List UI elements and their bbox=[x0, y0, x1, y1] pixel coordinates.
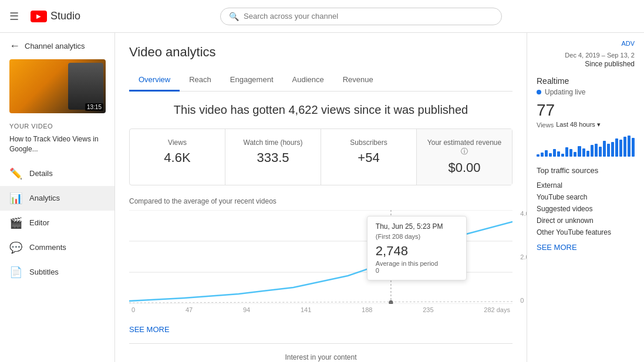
traffic-section: Top traffic sources External YouTube sea… bbox=[537, 166, 635, 252]
mini-bar bbox=[591, 145, 594, 157]
search-icon: 🔍 bbox=[229, 12, 239, 21]
mini-bar bbox=[569, 149, 572, 157]
subtitles-icon: 📄 bbox=[9, 266, 21, 279]
tab-revenue[interactable]: Revenue bbox=[333, 69, 383, 92]
back-arrow-icon: ← bbox=[9, 40, 20, 52]
x-label-0: 0 bbox=[132, 306, 135, 313]
mini-bar bbox=[545, 150, 548, 157]
metrics-row: Views 4.6K Watch time (hours) 333.5 Subs… bbox=[129, 128, 512, 185]
search-input[interactable] bbox=[244, 12, 493, 21]
x-label-47: 47 bbox=[186, 306, 193, 313]
x-label-188: 188 bbox=[362, 306, 372, 313]
mini-bar bbox=[582, 148, 585, 157]
live-label: Updating live bbox=[545, 88, 585, 96]
sidebar-item-analytics[interactable]: 📊 Analytics bbox=[0, 186, 114, 211]
comments-label: Comments bbox=[29, 243, 66, 252]
studio-logo: Studio bbox=[31, 10, 80, 22]
since-published: Since published bbox=[537, 60, 635, 68]
subtitles-label: Subtitles bbox=[29, 268, 59, 276]
x-label-282: 282 days bbox=[484, 306, 510, 313]
editor-label: Editor bbox=[29, 218, 49, 227]
advanced-button[interactable]: ADV bbox=[537, 40, 635, 47]
traffic-item-external[interactable]: External bbox=[537, 180, 635, 191]
details-icon: ✏️ bbox=[9, 167, 21, 180]
realtime-title: Realtime bbox=[537, 76, 635, 86]
youtube-icon bbox=[31, 11, 47, 22]
svg-line-4 bbox=[129, 302, 512, 303]
chart-subtitle: Compared to the average of your recent v… bbox=[129, 197, 512, 205]
mini-bar bbox=[574, 152, 576, 157]
metric-subscribers: Subscribers +54 bbox=[321, 129, 417, 185]
channel-analytics-back[interactable]: ← Channel analytics bbox=[0, 33, 114, 59]
menu-icon[interactable]: ☰ bbox=[9, 10, 19, 23]
traffic-item-yt-search[interactable]: YouTube search bbox=[537, 191, 635, 203]
tab-overview[interactable]: Overview bbox=[129, 69, 180, 92]
tab-engagement[interactable]: Engagement bbox=[221, 69, 283, 92]
traffic-item-other[interactable]: Other YouTube features bbox=[537, 226, 635, 238]
metric-views-label: Views bbox=[139, 138, 215, 147]
mini-bar bbox=[595, 144, 598, 157]
right-panel: ADV Dec 4, 2019 – Sep 13, 2 Since publis… bbox=[527, 33, 644, 362]
section-divider bbox=[129, 343, 512, 344]
studio-label: Studio bbox=[50, 10, 80, 22]
metric-watchtime: Watch time (hours) 333.5 bbox=[225, 129, 321, 185]
tab-audience[interactable]: Audience bbox=[283, 69, 333, 92]
analytics-tabs: Overview Reach Engagement Audience Reven… bbox=[129, 69, 512, 92]
period-label[interactable]: Last 48 hours ▾ bbox=[556, 121, 601, 128]
tooltip-value: 2,748 bbox=[376, 243, 458, 259]
sidebar-item-subtitles[interactable]: 📄 Subtitles bbox=[0, 260, 114, 285]
analytics-icon: 📊 bbox=[9, 192, 21, 205]
mini-bar bbox=[603, 141, 606, 157]
see-more-link[interactable]: SEE MORE bbox=[129, 325, 170, 334]
realtime-count: 77 bbox=[537, 101, 635, 120]
mini-bar bbox=[541, 153, 544, 157]
video-title: How to Track Video Views in Google... bbox=[0, 132, 114, 161]
tab-reach[interactable]: Reach bbox=[180, 69, 221, 92]
realtime-live: Updating live bbox=[537, 88, 635, 96]
realtime-sub: Views Last 48 hours ▾ bbox=[537, 121, 635, 128]
analytics-label: Analytics bbox=[29, 194, 60, 202]
views-headline: This video has gotten 4,622 views since … bbox=[129, 103, 512, 117]
live-indicator bbox=[537, 90, 541, 94]
y-axis-labels: 4.0K 2.0K 0 bbox=[520, 210, 527, 304]
sidebar-item-comments[interactable]: 💬 Comments bbox=[0, 235, 114, 260]
metric-views: Views 4.6K bbox=[130, 129, 225, 185]
mini-bar bbox=[549, 153, 552, 157]
mini-bar bbox=[611, 142, 614, 157]
traffic-item-direct[interactable]: Direct or unknown bbox=[537, 215, 635, 226]
x-label-94: 94 bbox=[243, 306, 250, 313]
metric-watchtime-label: Watch time (hours) bbox=[235, 138, 311, 147]
chart-area: 4.0K 2.0K 0 Thu, Jun 25, 5:23 PM (First … bbox=[129, 210, 512, 304]
metric-subscribers-value: +54 bbox=[331, 150, 407, 165]
y-label-mid: 2.0K bbox=[520, 253, 527, 260]
y-label-top: 4.0K bbox=[520, 210, 527, 217]
video-duration: 13:15 bbox=[85, 103, 103, 111]
x-axis-labels: 0 47 94 141 188 235 282 days bbox=[129, 306, 512, 313]
metric-views-value: 4.6K bbox=[139, 150, 215, 165]
realtime-mini-chart bbox=[537, 133, 635, 157]
mini-bar bbox=[565, 147, 568, 157]
topbar: ☰ Studio 🔍 bbox=[0, 0, 644, 33]
sidebar: ← Channel analytics 13:15 Your video How… bbox=[0, 33, 115, 362]
metric-subscribers-label: Subscribers bbox=[331, 138, 407, 147]
mini-bar bbox=[623, 137, 626, 157]
y-label-bot: 0 bbox=[520, 297, 527, 304]
realtime-section: Realtime Updating live 77 Views Last 48 … bbox=[537, 76, 635, 157]
search-bar[interactable]: 🔍 bbox=[220, 8, 502, 25]
mini-bar bbox=[553, 149, 556, 157]
sidebar-back-label: Channel analytics bbox=[25, 42, 85, 50]
realtime-sub-label: Views bbox=[537, 121, 554, 128]
thumbnail-person bbox=[68, 63, 103, 110]
sidebar-item-details[interactable]: ✏️ Details bbox=[0, 161, 114, 186]
mini-bar bbox=[632, 138, 635, 157]
metric-revenue-value: $0.00 bbox=[426, 160, 503, 175]
metric-revenue-label: Your estimated revenue ⓘ bbox=[426, 138, 503, 157]
your-video-label: Your video bbox=[0, 118, 114, 132]
mini-bar bbox=[537, 154, 540, 157]
traffic-see-more[interactable]: SEE MORE bbox=[537, 243, 577, 252]
mini-bar bbox=[619, 140, 622, 157]
traffic-item-suggested[interactable]: Suggested videos bbox=[537, 203, 635, 215]
tooltip-date: Thu, Jun 25, 5:23 PM bbox=[376, 222, 458, 231]
x-label-141: 141 bbox=[301, 306, 311, 313]
sidebar-item-editor[interactable]: 🎬 Editor bbox=[0, 211, 114, 235]
